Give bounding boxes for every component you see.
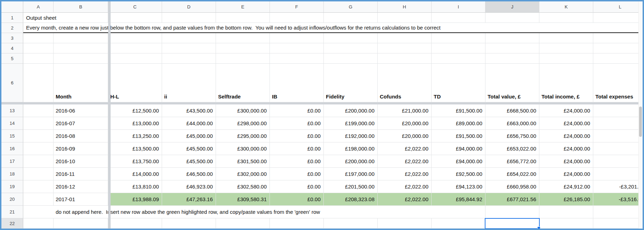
cell-G[interactable]	[324, 218, 378, 229]
cell-K14[interactable]: £24,000.00	[539, 117, 593, 130]
field-header-K6[interactable]: Total income, £	[539, 64, 593, 102]
cell-E[interactable]	[216, 218, 270, 229]
cell-G16[interactable]: £198,000.00	[324, 142, 378, 155]
cell-month-B19[interactable]: 2016-12	[54, 180, 108, 193]
row-header-14[interactable]: 14	[1, 117, 23, 130]
cell-D17[interactable]: £45,500.00	[162, 155, 216, 168]
cell-C[interactable]	[108, 218, 162, 229]
select-all-corner[interactable]	[1, 1, 23, 13]
cell-K16[interactable]: £24,000.00	[539, 142, 593, 155]
cell-month-B14[interactable]: 2016-07	[54, 117, 108, 130]
cell-L[interactable]	[593, 53, 643, 64]
cell-month-B17[interactable]: 2016-10	[54, 155, 108, 168]
cell-G[interactable]	[324, 53, 378, 64]
row-header-2[interactable]: 2	[1, 23, 23, 33]
cell-E19[interactable]: £302,580.00	[216, 180, 270, 193]
cell-H18[interactable]: £2,022.00	[378, 168, 432, 180]
cell-E[interactable]	[216, 13, 270, 23]
cell-L17[interactable]	[593, 155, 643, 168]
cell-K[interactable]	[539, 33, 593, 43]
cell-F17[interactable]: £0.00	[270, 155, 324, 168]
row-header-22[interactable]: 22	[1, 218, 23, 229]
row-header-19[interactable]: 19	[1, 180, 23, 193]
cell-D18[interactable]: £46,500.00	[162, 168, 216, 180]
row-header-5[interactable]: 5	[1, 53, 23, 64]
cell-L16[interactable]	[593, 142, 643, 155]
cell-E[interactable]	[216, 43, 270, 53]
cell-I20[interactable]: £95,844.92	[432, 193, 485, 206]
cell-F15[interactable]: £0.00	[270, 130, 324, 142]
row-header-20[interactable]: 20	[1, 193, 23, 206]
cell-D[interactable]	[162, 13, 216, 23]
cell-J18[interactable]: £654,022.00	[485, 168, 539, 180]
cell-C16[interactable]: £13,500.00	[108, 142, 162, 155]
cell-E17[interactable]: £301,500.00	[216, 155, 270, 168]
cell-B21-warning-note[interactable]: do not append here. Insert new row above…	[23, 206, 485, 218]
column-header-D[interactable]: D	[162, 1, 216, 13]
cell-K[interactable]	[539, 53, 593, 64]
cell-C17[interactable]: £13,750.00	[108, 155, 162, 168]
row-header-17[interactable]: 17	[1, 155, 23, 168]
cell-month-B16[interactable]: 2016-09	[54, 142, 108, 155]
cell-month-B15[interactable]: 2016-08	[54, 130, 108, 142]
cell-A[interactable]	[23, 53, 54, 64]
cell-J19[interactable]: £660,958.00	[485, 180, 539, 193]
cell-G13[interactable]: £200,000.00	[324, 104, 378, 117]
cell-A2-instruction-note[interactable]: Every month, create a new row just below…	[23, 23, 643, 33]
cell-J13[interactable]: £668,500.00	[485, 104, 539, 117]
column-header-F[interactable]: F	[270, 1, 324, 13]
cell-H20[interactable]: £2,022.00	[378, 193, 432, 206]
cell-J[interactable]	[485, 13, 539, 23]
cell-C13[interactable]: £12,500.00	[108, 104, 162, 117]
cell-G[interactable]	[324, 43, 378, 53]
cell-F[interactable]	[270, 53, 324, 64]
cell-C20[interactable]: £13,988.09	[108, 193, 162, 206]
cell-E16[interactable]: £300,000.00	[216, 142, 270, 155]
cell-month-B20[interactable]: 2017-01	[54, 193, 108, 206]
cell-I15[interactable]: £91,500.00	[432, 130, 485, 142]
cell-I18[interactable]: £92,500.00	[432, 168, 485, 180]
cell-H14[interactable]: £20,000.00	[378, 117, 432, 130]
cell-D[interactable]	[162, 218, 216, 229]
cell-L[interactable]	[593, 13, 643, 23]
cell-month-B13[interactable]: 2016-06	[54, 104, 108, 117]
cell-F18[interactable]: £0.00	[270, 168, 324, 180]
cell-D19[interactable]: £46,923.00	[162, 180, 216, 193]
cell-D14[interactable]: £44,000.00	[162, 117, 216, 130]
cell-K[interactable]	[539, 43, 593, 53]
cell-K18[interactable]: £24,000.00	[539, 168, 593, 180]
cell-G20[interactable]: £208,323.08	[324, 193, 378, 206]
column-header-L[interactable]: L	[593, 1, 643, 13]
cell-E14[interactable]: £298,000.00	[216, 117, 270, 130]
cell-G17[interactable]: £200,000.00	[324, 155, 378, 168]
cell-I17[interactable]: £94,000.00	[432, 155, 485, 168]
cell-A1-output-sheet[interactable]: Output sheet	[23, 13, 108, 23]
cell-F19[interactable]: £0.00	[270, 180, 324, 193]
cell-E18[interactable]: £302,000.00	[216, 168, 270, 180]
cell-E[interactable]	[216, 33, 270, 43]
frozen-column-divider[interactable]	[108, 1, 111, 229]
cell-H[interactable]	[378, 13, 432, 23]
cell-H[interactable]	[378, 43, 432, 53]
cell-K15[interactable]: £24,000.00	[539, 130, 593, 142]
cell-G15[interactable]: £192,000.00	[324, 130, 378, 142]
cell-J15[interactable]: £656,750.00	[485, 130, 539, 142]
cell-A20[interactable]	[23, 193, 54, 206]
cell-J16[interactable]: £653,022.00	[485, 142, 539, 155]
cell-K[interactable]	[539, 218, 593, 229]
cell-K13[interactable]: £24,000.00	[539, 104, 593, 117]
cell-I[interactable]	[432, 33, 485, 43]
cell-D15[interactable]: £45,000.00	[162, 130, 216, 142]
cell-E20[interactable]: £309,580.31	[216, 193, 270, 206]
cell-K20[interactable]: £26,185.00	[539, 193, 593, 206]
cell-A6[interactable]	[23, 64, 54, 102]
cell-C[interactable]	[108, 53, 162, 64]
cell-A[interactable]	[23, 33, 54, 43]
cell-I[interactable]	[432, 13, 485, 23]
cell-H19[interactable]: £2,022.00	[378, 180, 432, 193]
column-header-G[interactable]: G	[324, 1, 378, 13]
cell-L19[interactable]: -£3,201.11	[593, 180, 643, 193]
cell-C14[interactable]: £13,000.00	[108, 117, 162, 130]
field-header-B6[interactable]: Month	[54, 64, 108, 102]
cell-E[interactable]	[216, 53, 270, 64]
